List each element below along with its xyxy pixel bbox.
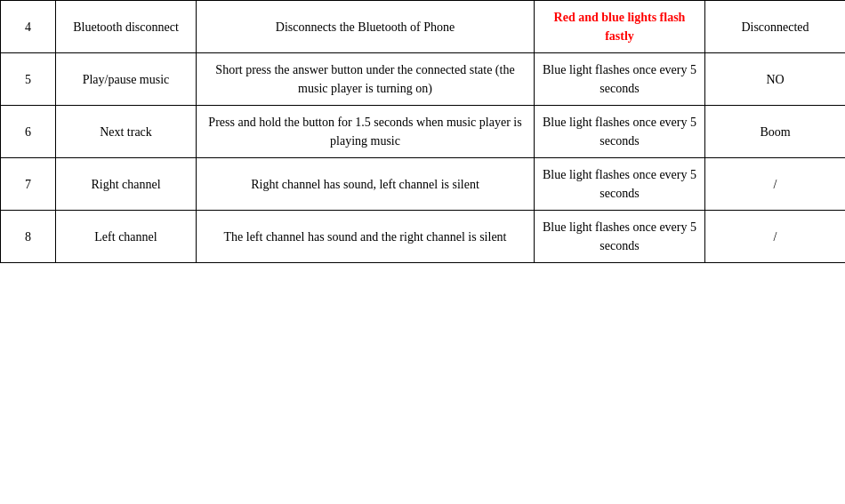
function-name: Bluetooth disconnect — [56, 1, 197, 53]
function-name: Next track — [56, 106, 197, 158]
function-description: Press and hold the button for 1.5 second… — [197, 106, 535, 158]
indicator-description: Blue light flashes once every 5 seconds — [535, 53, 705, 106]
status-value: NO — [705, 53, 846, 106]
table-row: 5Play/pause musicShort press the answer … — [1, 53, 846, 106]
function-description: Right channel has sound, left channel is… — [197, 158, 535, 211]
indicator-description: Red and blue lights flash fastly — [535, 1, 705, 53]
table-row: 6Next trackPress and hold the button for… — [1, 106, 846, 158]
table-row: 8Left channelThe left channel has sound … — [1, 211, 846, 263]
function-name: Left channel — [56, 211, 197, 263]
row-number: 8 — [1, 211, 56, 263]
table-row: 7Right channelRight channel has sound, l… — [1, 158, 846, 211]
status-value: Disconnected — [705, 1, 846, 53]
status-value: / — [705, 158, 846, 211]
row-number: 4 — [1, 1, 56, 53]
function-name: Right channel — [56, 158, 197, 211]
row-number: 5 — [1, 53, 56, 106]
indicator-text: Red and blue lights flash fastly — [554, 11, 686, 43]
function-name: Play/pause music — [56, 53, 197, 106]
function-description: Short press the answer button under the … — [197, 53, 535, 106]
row-number: 7 — [1, 158, 56, 211]
status-value: / — [705, 211, 846, 263]
indicator-description: Blue light flashes once every 5 seconds — [535, 158, 705, 211]
function-description: Disconnects the Bluetooth of Phone — [197, 1, 535, 53]
table-row: 4Bluetooth disconnectDisconnects the Blu… — [1, 1, 846, 53]
indicator-description: Blue light flashes once every 5 seconds — [535, 106, 705, 158]
indicator-description: Blue light flashes once every 5 seconds — [535, 211, 705, 263]
function-description: The left channel has sound and the right… — [197, 211, 535, 263]
row-number: 6 — [1, 106, 56, 158]
status-value: Boom — [705, 106, 846, 158]
